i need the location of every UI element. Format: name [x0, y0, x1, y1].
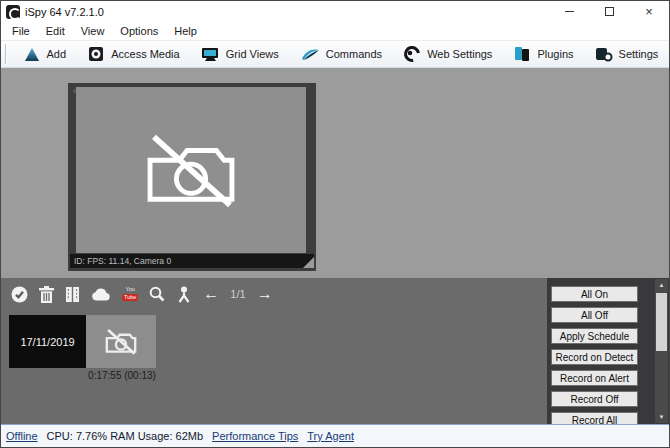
select-all-button[interactable] — [11, 286, 28, 303]
record-off-button[interactable]: Record Off — [551, 391, 638, 407]
no-camera-thumb-icon — [104, 328, 138, 355]
scroll-down-icon: ▼ — [659, 414, 665, 420]
youtube-icon: You — [126, 287, 135, 293]
media-date-thumbnail[interactable]: 17/11/2019 — [9, 315, 86, 368]
right-arrow-icon: → — [257, 285, 273, 302]
media-panel: You Tube ← 1/1 → 17/11/2019 — [1, 278, 669, 424]
all-off-button[interactable]: All Off — [551, 307, 638, 323]
toolbar-label: Access Media — [111, 48, 179, 60]
actions-scrollbar[interactable]: ▲ ▼ — [655, 279, 668, 423]
toolbar-item-add[interactable]: Add — [23, 45, 67, 63]
camera-view[interactable] — [76, 87, 306, 253]
toolbar-label: Add — [47, 48, 67, 60]
camera-status-text: ID: FPS: 11.14, Camera 0 — [74, 256, 171, 266]
next-page-button[interactable]: → — [257, 284, 273, 304]
performance-tips-link[interactable]: Performance Tips — [212, 430, 298, 442]
app-icon — [6, 5, 20, 19]
toolbar-item-settings[interactable]: Settings — [595, 45, 659, 63]
menu-file[interactable]: File — [4, 22, 38, 40]
add-icon — [23, 45, 41, 63]
camera-panel[interactable]: ID: FPS: 11.14, Camera 0 — [68, 83, 316, 271]
trash-icon — [39, 286, 54, 303]
record-on-alert-button[interactable]: Record on Alert — [551, 370, 638, 386]
toolbar-item-commands[interactable]: Commands — [300, 46, 382, 62]
cpu-ram-usage: CPU: 7.76% RAM Usage: 62Mb — [47, 430, 204, 442]
toolbar-item-access-media[interactable]: Access Media — [87, 45, 179, 63]
all-on-button[interactable]: All On — [551, 286, 638, 302]
camera-actions-panel: All On All Off Apply Schedule Record on … — [547, 278, 669, 424]
media-date-label: 17/11/2019 — [20, 336, 74, 348]
toolbar-label: Commands — [326, 48, 382, 60]
toolbar-label: Plugins — [537, 48, 573, 60]
delete-button[interactable] — [39, 286, 54, 303]
main-toolbar: Add Access Media Grid Views — [1, 40, 669, 68]
prev-page-button[interactable]: ← — [203, 284, 219, 304]
ispy-window: iSpy 64 v7.2.1.0 × File Edit View Option… — [0, 0, 670, 448]
close-button[interactable]: × — [629, 1, 669, 22]
maximize-icon — [605, 7, 614, 16]
youtube-upload-button[interactable]: You Tube — [122, 287, 138, 301]
youtube-icon-box: Tube — [122, 294, 138, 302]
object-tracking-button[interactable] — [176, 286, 192, 303]
menu-options[interactable]: Options — [112, 22, 166, 40]
toolbar-label: Web Settings — [427, 48, 492, 60]
toolbar-grip[interactable] — [5, 44, 7, 64]
title-bar[interactable]: iSpy 64 v7.2.1.0 × — [1, 1, 669, 22]
minimize-button[interactable] — [549, 1, 589, 22]
no-camera-icon — [141, 131, 241, 209]
toolbar-label: Settings — [619, 48, 659, 60]
settings-icon — [595, 45, 613, 63]
status-bar: Offline CPU: 7.76% RAM Usage: 62Mb Perfo… — [1, 424, 669, 447]
person-icon — [176, 286, 192, 303]
left-arrow-icon: ← — [203, 285, 219, 302]
cloud-icon — [91, 287, 111, 302]
filmstrip-icon — [65, 286, 80, 303]
toolbar-item-grid-views[interactable]: Grid Views — [201, 45, 279, 63]
access-media-icon — [87, 45, 105, 63]
search-icon — [149, 286, 165, 302]
minimize-icon — [565, 11, 574, 12]
menu-help[interactable]: Help — [166, 22, 205, 40]
web-settings-icon — [403, 45, 421, 63]
generate-media-button[interactable] — [65, 286, 80, 303]
menu-bar: File Edit View Options Help — [1, 22, 669, 40]
scroll-up-icon: ▲ — [659, 282, 665, 288]
menu-edit[interactable]: Edit — [38, 22, 73, 40]
offline-link[interactable]: Offline — [6, 430, 38, 442]
grid-views-icon — [201, 45, 220, 63]
media-clip-thumbnail[interactable] — [86, 315, 156, 368]
plugins-icon — [513, 45, 531, 63]
search-media-button[interactable] — [149, 286, 165, 302]
camera-resize-grip[interactable] — [303, 257, 314, 268]
record-on-detect-button[interactable]: Record on Detect — [551, 349, 638, 365]
media-clip-caption: 0:17:55 (00:13) — [76, 370, 168, 381]
window-title: iSpy 64 v7.2.1.0 — [25, 6, 104, 18]
toolbar-item-web-settings[interactable]: Web Settings — [403, 45, 492, 63]
cloud-upload-button[interactable] — [91, 287, 111, 302]
scroll-up-button[interactable]: ▲ — [655, 279, 668, 291]
scroll-down-button[interactable]: ▼ — [655, 411, 668, 423]
camera-status-bar: ID: FPS: 11.14, Camera 0 — [70, 254, 314, 268]
commands-icon — [300, 46, 320, 62]
scrollbar-thumb[interactable] — [656, 293, 667, 351]
toolbar-item-plugins[interactable]: Plugins — [513, 45, 573, 63]
toolbar-label: Grid Views — [226, 48, 279, 60]
media-toolbar: You Tube ← 1/1 → — [11, 283, 273, 305]
page-indicator: 1/1 — [230, 288, 245, 300]
close-icon: × — [645, 4, 653, 19]
menu-view[interactable]: View — [73, 22, 113, 40]
try-agent-link[interactable]: Try Agent — [307, 430, 354, 442]
apply-schedule-button[interactable]: Apply Schedule — [551, 328, 638, 344]
check-circle-icon — [11, 286, 28, 303]
camera-workspace: ID: FPS: 11.14, Camera 0 — [1, 68, 669, 278]
maximize-button[interactable] — [589, 1, 629, 22]
record-all-button[interactable]: Record All — [551, 412, 638, 424]
